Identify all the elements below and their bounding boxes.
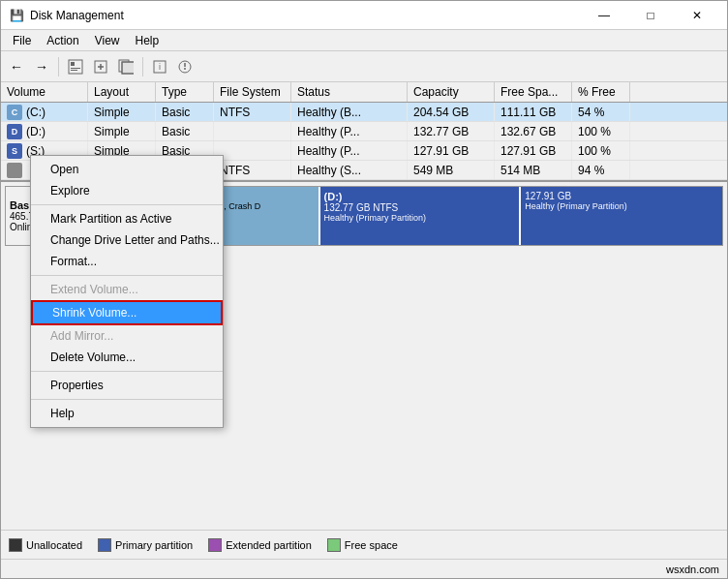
cell-status: Healthy (S... xyxy=(291,161,408,179)
ctx-extend-volume[interactable]: Extend Volume... xyxy=(31,279,223,300)
partition-size: 127.91 GB xyxy=(525,191,718,201)
partition-s[interactable]: 127.91 GB Healthy (Primary Partition) xyxy=(521,187,722,245)
ctx-help[interactable]: Help xyxy=(31,403,223,424)
partition-status: Healthy (Primary Partition) xyxy=(324,213,516,223)
legend-label-primary: Primary partition xyxy=(115,539,193,551)
toolbar-btn-7[interactable] xyxy=(173,55,197,78)
main-content: Volume Layout Type File System Status Ca… xyxy=(1,82,727,559)
cell-status: Healthy (P... xyxy=(291,122,408,140)
cell-layout: Simple xyxy=(88,122,156,140)
cell-volume: C (C:) xyxy=(1,103,88,121)
col-header-freespace[interactable]: Free Spa... xyxy=(495,82,572,102)
partition-status: Healthy (Primary Partition) xyxy=(525,201,718,211)
legend-color-primary xyxy=(98,538,111,552)
back-button[interactable]: ← xyxy=(5,55,28,78)
menu-help[interactable]: Help xyxy=(128,30,167,51)
cell-freespace: 132.67 GB xyxy=(495,122,572,140)
window-icon: 💾 xyxy=(9,8,24,23)
menu-action[interactable]: Action xyxy=(39,30,86,51)
close-button[interactable]: ✕ xyxy=(675,1,719,30)
cell-freepct: 54 % xyxy=(572,103,630,121)
cell-freepct: 94 % xyxy=(572,161,630,179)
svg-rect-2 xyxy=(71,68,80,69)
ctx-format[interactable]: Format... xyxy=(31,251,223,272)
col-header-status[interactable]: Status xyxy=(291,82,408,102)
cell-fs: NTFS xyxy=(214,103,291,121)
legend-color-freespace xyxy=(327,538,341,552)
menu-bar: File Action View Help xyxy=(1,30,727,51)
ctx-separator-4 xyxy=(31,399,223,400)
table-row[interactable]: D (D:) Simple Basic Healthy (P... 132.77… xyxy=(1,122,727,141)
toolbar-btn-4[interactable] xyxy=(89,55,112,78)
legend-color-unalloc xyxy=(9,538,22,552)
legend-extended: Extended partition xyxy=(208,538,312,552)
ctx-properties[interactable]: Properties xyxy=(31,375,223,396)
toolbar-btn-6[interactable]: i xyxy=(148,55,171,78)
cell-capacity: 132.77 GB xyxy=(408,122,495,140)
legend-label-freespace: Free space xyxy=(345,539,398,551)
col-header-type[interactable]: Type xyxy=(156,82,214,102)
ctx-add-mirror[interactable]: Add Mirror... xyxy=(31,325,223,347)
toolbar-separator-2 xyxy=(142,57,143,76)
cell-freepct: 100 % xyxy=(572,141,630,160)
partition-name: (D:) xyxy=(324,191,516,202)
toolbar: ← → i xyxy=(1,51,727,82)
menu-view[interactable]: View xyxy=(87,30,128,51)
toolbar-btn-5[interactable] xyxy=(114,55,137,78)
minimize-button[interactable]: — xyxy=(582,1,626,30)
title-bar: 💾 Disk Management — □ ✕ xyxy=(1,1,727,30)
col-header-layout[interactable]: Layout xyxy=(88,82,156,102)
ctx-delete-volume[interactable]: Delete Volume... xyxy=(31,347,223,368)
ctx-mark-active[interactable]: Mark Partition as Active xyxy=(31,208,223,229)
partition-size: 132.77 GB NTFS xyxy=(324,202,516,213)
maximize-button[interactable]: □ xyxy=(628,1,673,30)
cell-type: Basic xyxy=(156,103,214,121)
col-header-volume[interactable]: Volume xyxy=(1,82,88,102)
svg-rect-1 xyxy=(71,62,75,66)
cell-fs xyxy=(214,141,291,160)
cell-capacity: 204.54 GB xyxy=(408,103,495,121)
cell-freespace: 111.11 GB xyxy=(495,103,572,121)
table-header: Volume Layout Type File System Status Ca… xyxy=(1,82,727,103)
cell-freepct: 100 % xyxy=(572,122,630,140)
ctx-separator-3 xyxy=(31,371,223,372)
title-bar-buttons: — □ ✕ xyxy=(582,1,719,30)
ctx-shrink-volume[interactable]: Shrink Volume... xyxy=(31,300,223,325)
cell-status: Healthy (B... xyxy=(291,103,408,121)
cell-freespace: 127.91 GB xyxy=(495,141,572,160)
window-title: Disk Management xyxy=(30,9,582,22)
status-bar: wsxdn.com xyxy=(1,559,727,578)
ctx-change-drive[interactable]: Change Drive Letter and Paths... xyxy=(31,229,223,251)
legend-unallocated: Unallocated xyxy=(9,538,82,552)
ctx-explore[interactable]: Explore xyxy=(31,180,223,201)
cell-fs xyxy=(214,122,291,140)
svg-rect-8 xyxy=(122,62,134,74)
cell-fs: NTFS xyxy=(214,161,291,179)
cell-status: Healthy (P... xyxy=(291,141,408,160)
legend: Unallocated Primary partition Extended p… xyxy=(1,530,727,559)
status-text: wsxdn.com xyxy=(666,564,719,575)
context-menu: Open Explore Mark Partition as Active Ch… xyxy=(30,155,224,428)
svg-text:i: i xyxy=(159,62,161,72)
cell-capacity: 127.91 GB xyxy=(408,141,495,160)
legend-label-extended: Extended partition xyxy=(226,539,312,551)
table-row[interactable]: C (C:) Simple Basic NTFS Healthy (B... 2… xyxy=(1,103,727,122)
forward-button[interactable]: → xyxy=(30,55,53,78)
disk-management-window: 💾 Disk Management — □ ✕ File Action View… xyxy=(0,0,728,579)
col-header-fs[interactable]: File System xyxy=(214,82,291,102)
cell-freespace: 514 MB xyxy=(495,161,572,179)
toolbar-separator-1 xyxy=(58,57,59,76)
legend-color-extended xyxy=(208,538,222,552)
ctx-open[interactable]: Open xyxy=(31,159,223,180)
ctx-separator-2 xyxy=(31,275,223,276)
cell-layout: Simple xyxy=(88,103,156,121)
menu-file[interactable]: File xyxy=(5,30,39,51)
cell-type: Basic xyxy=(156,122,214,140)
col-header-freepct[interactable]: % Free xyxy=(572,82,630,102)
col-header-capacity[interactable]: Capacity xyxy=(408,82,495,102)
legend-label-unalloc: Unallocated xyxy=(26,539,82,551)
svg-rect-3 xyxy=(71,70,77,71)
toolbar-btn-3[interactable] xyxy=(64,55,87,78)
partition-d[interactable]: (D:) 132.77 GB NTFS Healthy (Primary Par… xyxy=(320,187,522,245)
legend-freespace: Free space xyxy=(327,538,398,552)
